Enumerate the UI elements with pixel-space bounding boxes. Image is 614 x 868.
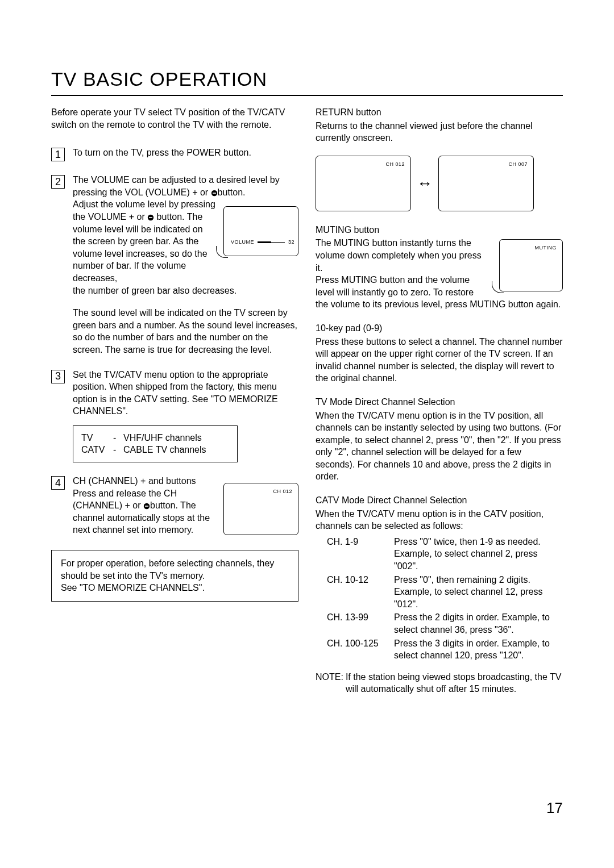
volume-screen: VOLUME 32 xyxy=(223,206,298,256)
step-2-a-text: The VOLUME can be adjusted to a desired … xyxy=(73,175,280,197)
step-2-c: the number of green bar also decreases. xyxy=(73,285,298,297)
tv-mode-box: TV - VHF/UHF channels CATV - CABLE TV ch… xyxy=(73,425,238,462)
tvmode-dash: - xyxy=(113,444,123,456)
minus-bullet-icon xyxy=(211,190,218,197)
catvmode-title: CATV Mode Direct Channel Selection xyxy=(316,494,563,507)
muting-screen: MUTING xyxy=(499,239,563,291)
step-1: 1 To turn on the TV, press the POWER but… xyxy=(51,147,298,161)
minus-bullet-icon xyxy=(147,214,154,221)
step-2-line-a: The VOLUME can be adjusted to a desired … xyxy=(73,174,298,198)
right-column: RETURN button Returns to the channel vie… xyxy=(316,106,563,695)
step-number-1: 1 xyxy=(51,148,65,161)
catv-val: Press "0", then remaining 2 digits. Exam… xyxy=(394,574,563,611)
svg-rect-5 xyxy=(145,506,148,507)
double-arrow-icon: ↔ xyxy=(417,176,433,191)
volume-bar-icon xyxy=(258,242,285,243)
page-number: 17 xyxy=(546,799,563,817)
step-4-a: CH (CHANNEL) + and buttons xyxy=(73,475,215,487)
catv-channel-table: CH. 1-9 Press "0" twice, then 1-9 as nee… xyxy=(327,536,563,662)
note-text: If the station being viewed stops broadc… xyxy=(343,671,563,695)
note-line: NOTE: If the station being viewed stops … xyxy=(316,671,563,695)
muting-title: MUTING button xyxy=(316,224,563,236)
note-label: NOTE: xyxy=(316,671,343,695)
tvmode-row: CATV - CABLE TV channels xyxy=(81,444,229,456)
muting-text-c: the volume to its previous level, press … xyxy=(316,298,563,311)
tvmode-title: TV Mode Direct Channel Selection xyxy=(316,396,563,408)
step-2-b-cont: button. The volume level will be indicat… xyxy=(73,212,208,283)
tvmode-text: When the TV/CATV menu option is in the T… xyxy=(316,410,563,483)
left-column: Before operate your TV select TV positio… xyxy=(51,106,298,695)
return-ch2: CH 007 xyxy=(508,161,528,168)
step-2-d: The sound level will be indicated on the… xyxy=(73,307,298,356)
catvmode-text: When the TV/CATV menu option is in the C… xyxy=(316,508,563,532)
memorize-note-box: For proper operation, before selecting c… xyxy=(51,550,298,602)
step-2: 2 The VOLUME can be adjusted to a desire… xyxy=(51,174,298,356)
muting-label: MUTING xyxy=(535,244,557,251)
intro-paragraph: Before operate your TV select TV positio… xyxy=(51,106,298,131)
keypad-text: Press these buttons to select a channel.… xyxy=(316,336,563,385)
return-ch1: CH 012 xyxy=(385,161,405,168)
muting-text-a: The MUTING button instantly turns the vo… xyxy=(316,237,490,274)
catv-val: Press the 3 digits in order. Example, to… xyxy=(394,637,563,662)
return-screen-2: CH 007 xyxy=(438,156,534,211)
step-1-text: To turn on the TV, press the POWER butto… xyxy=(73,147,298,161)
catv-key: CH. 100-125 xyxy=(327,637,394,662)
step-4-b-wrap: Press and release the CH (CHANNEL) + or … xyxy=(73,487,215,536)
svg-rect-3 xyxy=(149,217,152,218)
volume-label: VOLUME xyxy=(231,239,254,245)
catv-row: CH. 100-125 Press the 3 digits in order.… xyxy=(327,637,563,662)
channel-label: CH 012 xyxy=(273,488,292,495)
catv-key: CH. 13-99 xyxy=(327,611,394,636)
keypad-title: 10-key pad (0-9) xyxy=(316,322,563,335)
channel-screen: CH 012 xyxy=(223,483,298,535)
catv-row: CH. 10-12 Press "0", then remaining 2 di… xyxy=(327,574,563,611)
tvmode-dash: - xyxy=(113,432,123,444)
catv-key: CH. 10-12 xyxy=(327,574,394,611)
return-screens-row: CH 012 ↔ CH 007 xyxy=(316,156,563,211)
catv-row: CH. 1-9 Press "0" twice, then 1-9 as nee… xyxy=(327,536,563,573)
muting-text-b: Press MUTING button and the volume level… xyxy=(316,274,490,298)
step-3: 3 Set the TV/CATV menu option to the app… xyxy=(51,369,298,463)
page-title: TV BASIC OPERATION xyxy=(51,68,563,90)
tvmode-row: TV - VHF/UHF channels xyxy=(81,432,229,444)
catv-val: Press the 2 digits in order. Example, to… xyxy=(394,611,563,636)
tvmode-val: CABLE TV channels xyxy=(123,444,229,456)
catv-row: CH. 13-99 Press the 2 digits in order. E… xyxy=(327,611,563,636)
volume-value: 32 xyxy=(288,239,294,245)
step-number-4: 4 xyxy=(51,476,65,490)
return-title: RETURN button xyxy=(316,106,563,119)
tvmode-key: CATV xyxy=(81,444,113,456)
step-4: 4 CH (CHANNEL) + and buttons Press and r… xyxy=(51,475,298,536)
svg-rect-1 xyxy=(213,193,216,194)
step-3-text: Set the TV/CATV menu option to the appro… xyxy=(73,369,298,418)
tvmode-val: VHF/UHF channels xyxy=(123,432,229,444)
catv-key: CH. 1-9 xyxy=(327,536,394,573)
return-screen-1: CH 012 xyxy=(316,156,411,211)
step-number-3: 3 xyxy=(51,370,65,383)
tvmode-key: TV xyxy=(81,432,113,444)
step-number-2: 2 xyxy=(51,175,65,189)
title-divider xyxy=(51,95,563,96)
step-2-a-end: button. xyxy=(218,187,246,197)
minus-bullet-icon xyxy=(143,503,150,510)
catv-val: Press "0" twice, then 1-9 as needed. Exa… xyxy=(394,536,563,573)
return-text: Returns to the channel viewed just befor… xyxy=(316,120,563,144)
